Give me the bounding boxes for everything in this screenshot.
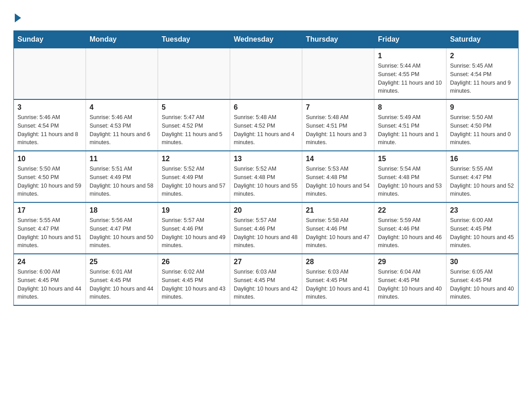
day-info: Sunrise: 5:53 AM Sunset: 4:48 PM Dayligh…	[306, 165, 370, 198]
day-number: 26	[162, 258, 226, 266]
day-number: 2	[450, 52, 515, 60]
day-info: Sunrise: 5:46 AM Sunset: 4:53 PM Dayligh…	[90, 113, 154, 147]
calendar-cell: 27Sunrise: 6:03 AM Sunset: 4:45 PM Dayli…	[230, 254, 302, 305]
day-number: 23	[450, 206, 515, 214]
calendar-cell: 19Sunrise: 5:57 AM Sunset: 4:46 PM Dayli…	[158, 202, 230, 254]
day-number: 17	[17, 206, 82, 214]
calendar-cell: 10Sunrise: 5:50 AM Sunset: 4:50 PM Dayli…	[14, 151, 86, 202]
day-number: 11	[90, 155, 154, 163]
day-number: 10	[17, 155, 82, 163]
day-number: 22	[378, 206, 442, 214]
day-info: Sunrise: 5:49 AM Sunset: 4:51 PM Dayligh…	[378, 113, 442, 147]
day-info: Sunrise: 6:00 AM Sunset: 4:45 PM Dayligh…	[17, 268, 82, 301]
calendar-cell: 26Sunrise: 6:02 AM Sunset: 4:45 PM Dayli…	[158, 254, 230, 305]
calendar-cell: 28Sunrise: 6:03 AM Sunset: 4:45 PM Dayli…	[302, 254, 374, 305]
day-info: Sunrise: 5:57 AM Sunset: 4:46 PM Dayligh…	[162, 216, 226, 250]
day-number: 5	[162, 103, 226, 111]
day-number: 3	[17, 103, 82, 111]
logo-triangle-icon	[15, 13, 21, 22]
day-info: Sunrise: 5:46 AM Sunset: 4:54 PM Dayligh…	[17, 113, 82, 147]
day-info: Sunrise: 5:48 AM Sunset: 4:52 PM Dayligh…	[234, 113, 298, 147]
day-info: Sunrise: 5:52 AM Sunset: 4:48 PM Dayligh…	[234, 165, 298, 198]
day-number: 8	[378, 103, 442, 111]
logo	[13, 13, 21, 21]
day-info: Sunrise: 5:57 AM Sunset: 4:46 PM Dayligh…	[234, 216, 298, 250]
day-number: 13	[234, 155, 298, 163]
day-number: 28	[306, 258, 370, 266]
calendar-cell: 29Sunrise: 6:04 AM Sunset: 4:45 PM Dayli…	[374, 254, 446, 305]
calendar-cell: 11Sunrise: 5:51 AM Sunset: 4:49 PM Dayli…	[86, 151, 158, 202]
calendar-cell: 5Sunrise: 5:47 AM Sunset: 4:52 PM Daylig…	[158, 99, 230, 151]
weekday-header-row: SundayMondayTuesdayWednesdayThursdayFrid…	[14, 31, 519, 48]
weekday-header-saturday: Saturday	[446, 31, 519, 48]
calendar-cell: 1Sunrise: 5:44 AM Sunset: 4:55 PM Daylig…	[374, 48, 446, 100]
day-info: Sunrise: 6:00 AM Sunset: 4:45 PM Dayligh…	[450, 216, 515, 250]
day-number: 18	[90, 206, 154, 214]
calendar-cell	[302, 48, 374, 100]
calendar-cell: 24Sunrise: 6:00 AM Sunset: 4:45 PM Dayli…	[14, 254, 86, 305]
day-number: 30	[450, 258, 515, 266]
calendar-cell: 9Sunrise: 5:50 AM Sunset: 4:50 PM Daylig…	[446, 99, 519, 151]
day-number: 25	[90, 258, 154, 266]
day-number: 20	[234, 206, 298, 214]
day-number: 29	[378, 258, 442, 266]
day-number: 19	[162, 206, 226, 214]
calendar-cell: 12Sunrise: 5:52 AM Sunset: 4:49 PM Dayli…	[158, 151, 230, 202]
weekday-header-tuesday: Tuesday	[158, 31, 230, 48]
day-info: Sunrise: 5:54 AM Sunset: 4:48 PM Dayligh…	[378, 165, 442, 198]
day-number: 14	[306, 155, 370, 163]
calendar-table: SundayMondayTuesdayWednesdayThursdayFrid…	[13, 30, 519, 306]
calendar-cell: 2Sunrise: 5:45 AM Sunset: 4:54 PM Daylig…	[446, 48, 519, 100]
day-number: 15	[378, 155, 442, 163]
day-info: Sunrise: 5:55 AM Sunset: 4:47 PM Dayligh…	[17, 216, 82, 250]
day-info: Sunrise: 5:52 AM Sunset: 4:49 PM Dayligh…	[162, 165, 226, 198]
weekday-header-thursday: Thursday	[302, 31, 374, 48]
weekday-header-wednesday: Wednesday	[230, 31, 302, 48]
calendar-cell: 22Sunrise: 5:59 AM Sunset: 4:46 PM Dayli…	[374, 202, 446, 254]
calendar-cell: 21Sunrise: 5:58 AM Sunset: 4:46 PM Dayli…	[302, 202, 374, 254]
day-info: Sunrise: 6:01 AM Sunset: 4:45 PM Dayligh…	[90, 268, 154, 301]
day-number: 9	[450, 103, 515, 111]
calendar-week-row: 3Sunrise: 5:46 AM Sunset: 4:54 PM Daylig…	[14, 99, 519, 151]
calendar-cell: 4Sunrise: 5:46 AM Sunset: 4:53 PM Daylig…	[86, 99, 158, 151]
calendar-week-row: 1Sunrise: 5:44 AM Sunset: 4:55 PM Daylig…	[14, 48, 519, 100]
calendar-cell: 17Sunrise: 5:55 AM Sunset: 4:47 PM Dayli…	[14, 202, 86, 254]
calendar-cell: 13Sunrise: 5:52 AM Sunset: 4:48 PM Dayli…	[230, 151, 302, 202]
day-number: 6	[234, 103, 298, 111]
calendar-week-row: 17Sunrise: 5:55 AM Sunset: 4:47 PM Dayli…	[14, 202, 519, 254]
calendar-cell	[14, 48, 86, 100]
weekday-header-monday: Monday	[86, 31, 158, 48]
day-number: 1	[378, 52, 442, 60]
day-info: Sunrise: 5:58 AM Sunset: 4:46 PM Dayligh…	[306, 216, 370, 250]
calendar-cell: 7Sunrise: 5:48 AM Sunset: 4:51 PM Daylig…	[302, 99, 374, 151]
calendar-cell: 16Sunrise: 5:55 AM Sunset: 4:47 PM Dayli…	[446, 151, 519, 202]
page-header	[13, 9, 519, 21]
day-number: 24	[17, 258, 82, 266]
calendar-week-row: 10Sunrise: 5:50 AM Sunset: 4:50 PM Dayli…	[14, 151, 519, 202]
calendar-cell: 20Sunrise: 5:57 AM Sunset: 4:46 PM Dayli…	[230, 202, 302, 254]
calendar-cell	[86, 48, 158, 100]
day-info: Sunrise: 5:45 AM Sunset: 4:54 PM Dayligh…	[450, 62, 515, 95]
calendar-cell: 18Sunrise: 5:56 AM Sunset: 4:47 PM Dayli…	[86, 202, 158, 254]
day-info: Sunrise: 6:03 AM Sunset: 4:45 PM Dayligh…	[306, 268, 370, 301]
day-number: 16	[450, 155, 515, 163]
day-info: Sunrise: 5:50 AM Sunset: 4:50 PM Dayligh…	[17, 165, 82, 198]
day-info: Sunrise: 6:02 AM Sunset: 4:45 PM Dayligh…	[162, 268, 226, 301]
weekday-header-friday: Friday	[374, 31, 446, 48]
day-info: Sunrise: 5:47 AM Sunset: 4:52 PM Dayligh…	[162, 113, 226, 147]
calendar-cell: 23Sunrise: 6:00 AM Sunset: 4:45 PM Dayli…	[446, 202, 519, 254]
calendar-cell: 30Sunrise: 6:05 AM Sunset: 4:45 PM Dayli…	[446, 254, 519, 305]
day-info: Sunrise: 6:03 AM Sunset: 4:45 PM Dayligh…	[234, 268, 298, 301]
day-info: Sunrise: 5:44 AM Sunset: 4:55 PM Dayligh…	[378, 62, 442, 95]
day-number: 12	[162, 155, 226, 163]
day-info: Sunrise: 5:56 AM Sunset: 4:47 PM Dayligh…	[90, 216, 154, 250]
day-info: Sunrise: 5:48 AM Sunset: 4:51 PM Dayligh…	[306, 113, 370, 147]
calendar-cell: 8Sunrise: 5:49 AM Sunset: 4:51 PM Daylig…	[374, 99, 446, 151]
calendar-cell: 25Sunrise: 6:01 AM Sunset: 4:45 PM Dayli…	[86, 254, 158, 305]
calendar-cell: 15Sunrise: 5:54 AM Sunset: 4:48 PM Dayli…	[374, 151, 446, 202]
day-info: Sunrise: 6:04 AM Sunset: 4:45 PM Dayligh…	[378, 268, 442, 301]
day-number: 27	[234, 258, 298, 266]
weekday-header-sunday: Sunday	[14, 31, 86, 48]
calendar-cell	[230, 48, 302, 100]
day-info: Sunrise: 5:59 AM Sunset: 4:46 PM Dayligh…	[378, 216, 442, 250]
